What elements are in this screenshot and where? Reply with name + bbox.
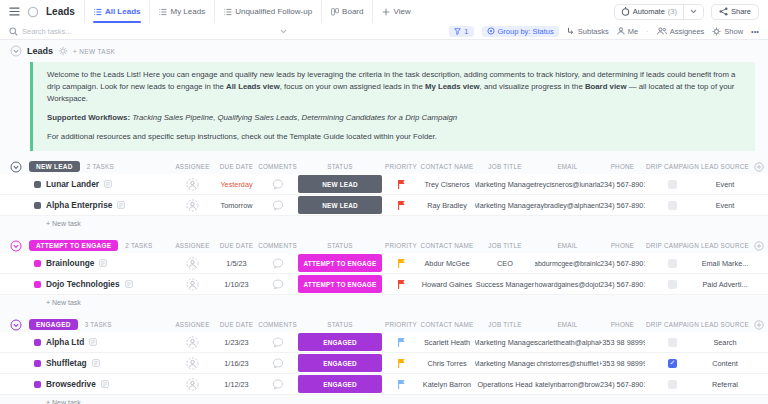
comments-cell[interactable] bbox=[258, 274, 297, 294]
contact-name-cell[interactable]: Trey Cisneros bbox=[419, 174, 475, 194]
job-title-cell[interactable]: Marketing Manager bbox=[475, 332, 535, 352]
email-cell[interactable]: scarlettheath@alphal bbox=[535, 332, 600, 352]
comments-cell[interactable] bbox=[258, 253, 297, 273]
column-header-email[interactable]: EMAIL bbox=[535, 317, 600, 332]
column-header-drip-campaign[interactable]: DRIP CAMPAIGN bbox=[645, 317, 700, 332]
priority-cell[interactable] bbox=[383, 332, 419, 352]
lead-source-cell[interactable]: Referral bbox=[700, 374, 750, 394]
filter-button[interactable]: 1 bbox=[449, 26, 473, 37]
column-header-lead-source[interactable]: LEAD SOURCE bbox=[700, 238, 750, 253]
column-header-drip-campaign[interactable]: DRIP CAMPAIGN bbox=[645, 238, 700, 253]
assignee-cell[interactable] bbox=[170, 274, 215, 294]
due-date-cell[interactable]: 1/16/23 bbox=[215, 353, 258, 373]
phone-cell[interactable]: (234) 567-8901 bbox=[600, 174, 645, 194]
comments-cell[interactable] bbox=[258, 174, 297, 194]
share-button[interactable]: Share bbox=[711, 4, 759, 20]
contact-name-cell[interactable]: Katelyn Barron bbox=[419, 374, 475, 394]
column-header-status[interactable]: STATUS bbox=[297, 238, 383, 253]
job-title-cell[interactable]: Operations Head bbox=[475, 374, 535, 394]
task-name[interactable]: Alpha Ltd bbox=[46, 337, 84, 347]
task-status-square-icon[interactable] bbox=[34, 381, 41, 388]
status-pill[interactable]: ATTEMPT TO ENGAGE bbox=[298, 275, 382, 293]
column-header-drip-campaign[interactable]: DRIP CAMPAIGN bbox=[645, 159, 700, 174]
status-pill[interactable]: ATTEMPT TO ENGAGE bbox=[298, 254, 382, 272]
task-row[interactable]: Lunar LanderYesterdayNEW LEADTrey Cisner… bbox=[0, 174, 768, 195]
drip-campaign-checkbox[interactable] bbox=[668, 338, 677, 347]
task-status-square-icon[interactable] bbox=[34, 202, 41, 209]
column-header-phone[interactable]: PHONE bbox=[600, 238, 645, 253]
column-header-priority[interactable]: PRIORITY bbox=[383, 317, 419, 332]
add-column-button[interactable] bbox=[750, 317, 768, 332]
contact-name-cell[interactable]: Abdur McGee bbox=[419, 253, 475, 273]
drip-campaign-checkbox[interactable] bbox=[668, 259, 677, 268]
column-header-priority[interactable]: PRIORITY bbox=[383, 238, 419, 253]
phone-cell[interactable]: +353 98 98999 bbox=[600, 353, 645, 373]
column-header-comments[interactable]: COMMENTS bbox=[258, 159, 297, 174]
assignee-cell[interactable] bbox=[170, 195, 215, 215]
due-date-cell[interactable]: 1/5/23 bbox=[215, 253, 258, 273]
status-badge[interactable]: ENGAGED bbox=[29, 319, 78, 330]
job-title-cell[interactable]: Marketing Manager bbox=[475, 195, 535, 215]
task-row[interactable]: Shuffletag1/16/23ENGAGEDChris TorresMark… bbox=[0, 353, 768, 374]
task-row[interactable]: Brainlounge1/5/23ATTEMPT TO ENGAGEAbdur … bbox=[0, 253, 768, 274]
task-status-square-icon[interactable] bbox=[34, 360, 41, 367]
priority-cell[interactable] bbox=[383, 374, 419, 394]
column-header-phone[interactable]: PHONE bbox=[600, 317, 645, 332]
search-expand-chevron-icon[interactable] bbox=[280, 29, 287, 34]
priority-cell[interactable] bbox=[383, 353, 419, 373]
contact-name-cell[interactable]: Chris Torres bbox=[419, 353, 475, 373]
comments-cell[interactable] bbox=[258, 374, 297, 394]
column-header-due-date[interactable]: DUE DATE bbox=[215, 238, 258, 253]
phone-cell[interactable]: +353 98 98999 bbox=[600, 332, 645, 352]
column-header-contact-name[interactable]: CONTACT NAME bbox=[419, 238, 475, 253]
due-date-cell[interactable]: 1/10/23 bbox=[215, 274, 258, 294]
subtasks-button[interactable]: Subtasks bbox=[567, 27, 609, 36]
job-title-cell[interactable]: Marketing Manager bbox=[475, 353, 535, 373]
lead-source-cell[interactable]: Content bbox=[700, 353, 750, 373]
list-view-circle-icon[interactable] bbox=[27, 6, 39, 18]
due-date-cell[interactable]: Yesterday bbox=[215, 174, 258, 194]
phone-cell[interactable]: (234) 567-8901 bbox=[600, 374, 645, 394]
phone-cell[interactable]: (234) 567-8901 bbox=[600, 195, 645, 215]
me-button[interactable]: Me bbox=[617, 27, 638, 36]
job-title-cell[interactable]: Success Manager bbox=[475, 274, 535, 294]
column-header-priority[interactable]: PRIORITY bbox=[383, 159, 419, 174]
status-pill[interactable]: ENGAGED bbox=[298, 375, 382, 393]
priority-cell[interactable] bbox=[383, 195, 419, 215]
column-header-assignee[interactable]: ASSIGNEE bbox=[170, 238, 215, 253]
comments-cell[interactable] bbox=[258, 332, 297, 352]
email-cell[interactable]: raybradley@alphaent bbox=[535, 195, 600, 215]
lead-source-cell[interactable]: Event bbox=[700, 195, 750, 215]
column-header-job-title[interactable]: JOB TITLE bbox=[475, 317, 535, 332]
task-status-square-icon[interactable] bbox=[34, 339, 41, 346]
priority-cell[interactable] bbox=[383, 253, 419, 273]
assignee-cell[interactable] bbox=[170, 253, 215, 273]
column-header-job-title[interactable]: JOB TITLE bbox=[475, 159, 535, 174]
column-header-phone[interactable]: PHONE bbox=[600, 159, 645, 174]
collapse-list-icon[interactable] bbox=[10, 45, 22, 57]
due-date-cell[interactable]: 1/23/23 bbox=[215, 332, 258, 352]
email-cell[interactable]: christorres@shufflet bbox=[535, 353, 600, 373]
tab-my-leads[interactable]: My Leads bbox=[149, 0, 214, 23]
email-cell[interactable]: howardgaines@dojot bbox=[535, 274, 600, 294]
lead-source-cell[interactable]: Paid Adverti... bbox=[700, 274, 750, 294]
lead-source-cell[interactable]: Search bbox=[700, 332, 750, 352]
task-row[interactable]: Alpha Ltd1/23/23ENGAGEDScarlett HeathMar… bbox=[0, 332, 768, 353]
new-task-button[interactable]: + New task bbox=[0, 295, 768, 309]
column-header-lead-source[interactable]: LEAD SOURCE bbox=[700, 317, 750, 332]
tab-all-leads[interactable]: All Leads bbox=[84, 0, 150, 23]
task-name[interactable]: Shuffletag bbox=[46, 358, 87, 368]
column-header-email[interactable]: EMAIL bbox=[535, 159, 600, 174]
lead-source-cell[interactable]: Email Marke... bbox=[700, 253, 750, 273]
task-status-square-icon[interactable] bbox=[34, 181, 41, 188]
contact-name-cell[interactable]: Howard Gaines bbox=[419, 274, 475, 294]
email-cell[interactable]: katelynbarron@brow bbox=[535, 374, 600, 394]
column-header-email[interactable]: EMAIL bbox=[535, 238, 600, 253]
task-row[interactable]: Browsedrive1/12/23ENGAGEDKatelyn BarronO… bbox=[0, 374, 768, 395]
contact-name-cell[interactable]: Ray Bradley bbox=[419, 195, 475, 215]
automate-dropdown-button[interactable] bbox=[683, 5, 703, 19]
task-name[interactable]: Browsedrive bbox=[46, 379, 96, 389]
task-status-square-icon[interactable] bbox=[34, 260, 41, 267]
comments-cell[interactable] bbox=[258, 195, 297, 215]
comments-cell[interactable] bbox=[258, 353, 297, 373]
